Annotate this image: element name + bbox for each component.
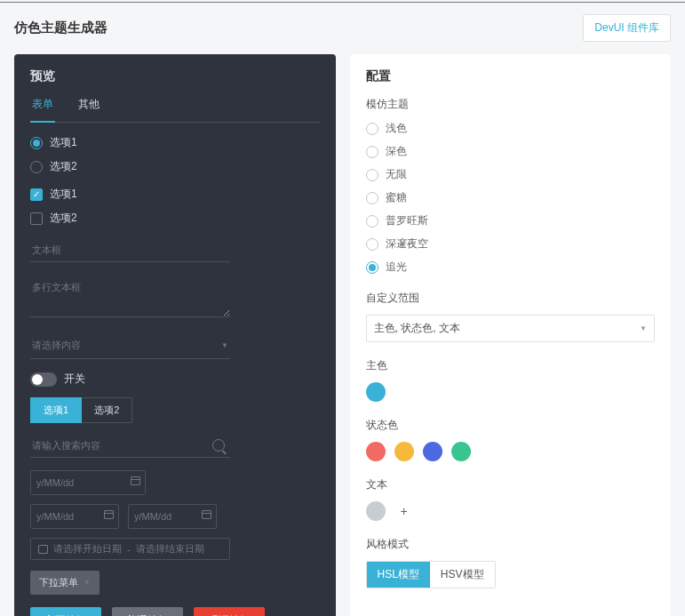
theme-option-label: 深色 — [386, 144, 407, 159]
theme-option-label: 蜜糖 — [386, 190, 407, 205]
status-swatch[interactable] — [394, 442, 414, 461]
text-input[interactable] — [30, 238, 230, 262]
segment-option-1[interactable]: 选项1 — [30, 397, 82, 423]
tab-other[interactable]: 其他 — [76, 97, 101, 122]
tab-form[interactable]: 表单 — [30, 97, 55, 123]
textcolor-swatch[interactable] — [366, 501, 386, 521]
scope-select[interactable]: 主色, 状态色, 文本 ▼ — [366, 315, 656, 342]
range-separator: - — [127, 544, 131, 555]
add-color-button[interactable]: + — [394, 501, 414, 521]
page-title: 仿色主题生成器 — [14, 20, 108, 36]
segment-option-2[interactable]: 选项2 — [82, 397, 132, 423]
radio-icon — [366, 238, 378, 251]
select-input[interactable]: 请选择内容 ▼ — [30, 332, 230, 359]
radio-icon — [30, 161, 43, 173]
theme-option-label: 无限 — [386, 167, 407, 182]
search-icon — [212, 439, 225, 452]
textarea-input[interactable] — [30, 275, 230, 317]
chevron-down-icon: ▼ — [640, 324, 647, 332]
date-range-picker[interactable]: 请选择开始日期 - 请选择结束日期 — [30, 538, 230, 560]
dropdown-button[interactable]: 下拉菜单 ▼ — [30, 571, 100, 595]
radio-icon — [366, 215, 378, 228]
status-swatch[interactable] — [451, 442, 471, 461]
preview-panel: 预览 表单 其他 选项1 选项2 ✓ 选项1 — [14, 54, 336, 616]
mode-label: 风格模式 — [366, 537, 656, 552]
mode-hsv[interactable]: HSV模型 — [430, 562, 495, 588]
mode-segment: HSL模型 HSV模型 — [366, 561, 496, 588]
select-placeholder: 请选择内容 — [32, 339, 81, 352]
radio-option-1[interactable]: 选项1 — [30, 135, 320, 150]
checkbox-option-1[interactable]: ✓ 选项1 — [30, 187, 320, 202]
chevron-down-icon: ▼ — [84, 579, 91, 587]
switch-toggle[interactable] — [30, 372, 57, 387]
calendar-icon — [202, 510, 211, 519]
theme-option-label: 深邃夜空 — [386, 236, 428, 252]
checkbox-option-2[interactable]: 选项2 — [30, 211, 320, 226]
status-swatch[interactable] — [423, 442, 442, 461]
range-start-placeholder: 请选择开始日期 — [53, 542, 122, 556]
preview-title: 预览 — [30, 68, 320, 84]
chevron-down-icon: ▼ — [221, 341, 228, 349]
calendar-icon — [131, 476, 140, 485]
theme-option-label: 普罗旺斯 — [386, 213, 428, 228]
radio-icon — [30, 137, 43, 149]
radio-icon — [366, 261, 378, 274]
checkbox-icon — [30, 212, 43, 225]
theme-section-label: 模仿主题 — [366, 97, 656, 112]
checkbox-label: 选项2 — [50, 211, 77, 226]
calendar-icon — [104, 510, 114, 519]
scope-label: 自定义范围 — [366, 291, 656, 306]
plain-button[interactable]: 普通按钮 — [112, 607, 183, 616]
theme-option-label: 浅色 — [386, 121, 407, 136]
segment-control: 选项1 选项2 — [30, 397, 132, 423]
radio-icon — [366, 146, 378, 158]
scope-value: 主色, 状态色, 文本 — [374, 321, 460, 336]
checkbox-icon: ✓ — [30, 188, 43, 201]
checkbox-label: 选项1 — [50, 187, 77, 202]
theme-option-label: 追光 — [386, 260, 407, 275]
config-panel: 配置 模仿主题 浅色深色无限蜜糖普罗旺斯深邃夜空追光 自定义范围 主色, 状态色… — [350, 54, 672, 616]
status-swatch[interactable] — [366, 442, 386, 461]
maincolor-label: 主色 — [366, 358, 656, 373]
radio-label: 选项1 — [50, 135, 77, 150]
theme-option[interactable]: 普罗旺斯 — [366, 213, 656, 228]
switch-label: 开关 — [64, 372, 85, 387]
preview-tabs: 表单 其他 — [30, 97, 320, 123]
theme-option[interactable]: 深邃夜空 — [366, 236, 656, 252]
radio-icon — [366, 123, 378, 135]
mode-hsl[interactable]: HSL模型 — [367, 562, 430, 588]
danger-button[interactable]: 强调按钮 — [194, 607, 265, 616]
theme-option[interactable]: 追光 — [366, 260, 656, 275]
range-end-placeholder: 请选择结束日期 — [136, 542, 204, 556]
radio-icon — [366, 192, 378, 204]
devui-library-button[interactable]: DevUI 组件库 — [583, 14, 671, 42]
search-input[interactable] — [30, 434, 230, 458]
theme-option[interactable]: 浅色 — [366, 121, 656, 136]
radio-option-2[interactable]: 选项2 — [30, 159, 320, 174]
config-title: 配置 — [366, 68, 656, 84]
date-input[interactable] — [30, 470, 146, 495]
dropdown-label: 下拉菜单 — [39, 576, 78, 589]
theme-option[interactable]: 蜜糖 — [366, 190, 656, 205]
primary-button[interactable]: 主要按钮 — [30, 607, 101, 616]
radio-icon — [366, 169, 378, 181]
calendar-icon — [38, 545, 48, 554]
statuscolor-label: 状态色 — [366, 418, 656, 433]
theme-option[interactable]: 无限 — [366, 167, 656, 182]
radio-label: 选项2 — [50, 159, 77, 174]
theme-option[interactable]: 深色 — [366, 144, 656, 159]
textcolor-label: 文本 — [366, 477, 656, 492]
maincolor-swatch[interactable] — [366, 382, 386, 402]
